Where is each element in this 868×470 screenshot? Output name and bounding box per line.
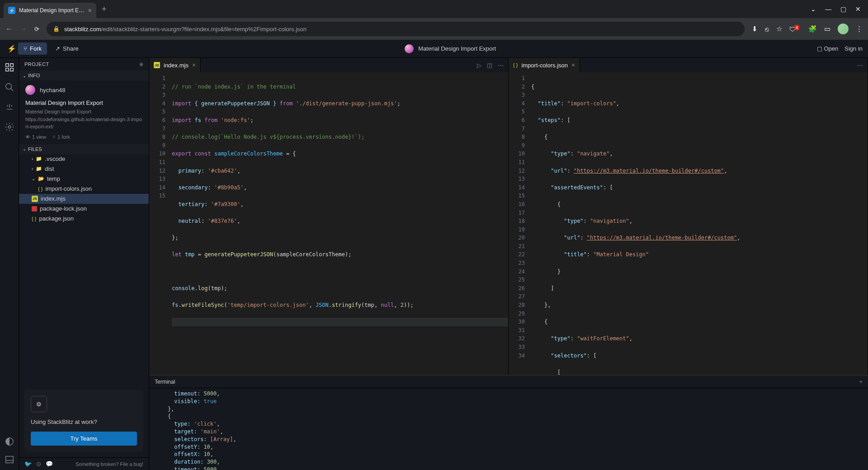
project-link[interactable]: https://codeforwings.github.io/material-… <box>25 116 142 131</box>
ports-icon[interactable] <box>5 102 14 112</box>
theme-icon[interactable] <box>5 437 14 446</box>
share-button[interactable]: ↗ Share <box>50 42 84 55</box>
file-index-mjs[interactable]: JSindex.mjs <box>19 194 149 204</box>
file-import-colors[interactable]: { }import-colors.json <box>19 184 149 194</box>
tabs-actions: ▷ ◫ ⋯ <box>477 62 508 69</box>
open-button[interactable]: ▢ Open <box>817 45 838 52</box>
menu-icon[interactable]: ⋮ <box>856 25 863 33</box>
code-body[interactable]: // run `node index.js` in the terminal i… <box>172 72 508 375</box>
try-teams-button[interactable]: Try Teams <box>31 432 137 446</box>
views-stat: 👁 1 view <box>25 134 46 140</box>
github-icon[interactable]: ⊙ <box>36 461 41 467</box>
project-desc: Material Design Import Export <box>25 108 142 116</box>
browser-actions: ⬇ ⎋ ☆ 🛡4 🧩 ▭ ⋮ <box>752 24 863 34</box>
run-icon[interactable]: ▷ <box>477 62 481 69</box>
sidebar: PROJECT ⊕ ⌄ INFO hychan48 Material Desig… <box>19 58 149 470</box>
link-icon[interactable]: ⊕ <box>139 61 144 67</box>
share-icon: ↗ <box>55 45 60 52</box>
tabs-actions: ⋯ <box>857 62 868 69</box>
nav-arrows: ← → <box>5 25 27 33</box>
terminal-header: Terminal + <box>149 376 868 388</box>
more-icon[interactable]: ⋯ <box>857 62 863 69</box>
forks-stat: ⑂ 1 fork <box>52 134 70 140</box>
info-label: INFO <box>28 73 40 78</box>
project-title: Material Design Import Export <box>418 45 496 52</box>
activity-bar <box>0 58 19 470</box>
npm-icon <box>32 206 37 212</box>
chevron-down-icon[interactable]: ⌄ <box>811 5 816 13</box>
file-package-lock[interactable]: package-lock.json <box>19 204 149 214</box>
minimize-icon[interactable]: — <box>825 5 831 13</box>
project-stats: 👁 1 view ⑂ 1 fork <box>25 134 142 140</box>
new-tab-button[interactable]: + <box>102 5 107 14</box>
tabs-row-left: JS index.mjs × ▷ ◫ ⋯ <box>149 58 508 72</box>
twitter-icon[interactable]: 🐦 <box>24 461 32 467</box>
signin-button[interactable]: Sign in <box>844 45 863 52</box>
folder-dist[interactable]: ›📁dist <box>19 164 149 174</box>
browser-tab[interactable]: ⚡ Material Design Import Export - S × <box>4 3 96 18</box>
sidebar-header: PROJECT ⊕ <box>19 58 149 70</box>
code-body[interactable]: { "title": "import-colors", "steps": [ {… <box>531 72 868 375</box>
close-icon[interactable]: × <box>192 61 196 69</box>
editor-panes: JS index.mjs × ▷ ◫ ⋯ 1234567891011121314… <box>149 58 868 375</box>
discord-icon[interactable]: 💬 <box>46 461 53 467</box>
settings-icon[interactable] <box>5 122 14 132</box>
fork-button[interactable]: ⑂ Fork <box>18 42 47 55</box>
file-bug-link[interactable]: Something broken? File a bug! <box>75 461 143 467</box>
terminal-panel: Terminal + timeout: 5000, visible: true … <box>149 375 868 470</box>
code-editor-left[interactable]: 123456789101112131415 // run `node index… <box>149 72 508 375</box>
profile-avatar[interactable] <box>838 24 849 34</box>
chevron-down-icon: ⌄ <box>23 73 26 78</box>
project-icon <box>405 44 414 53</box>
svg-line-1 <box>10 89 13 91</box>
reading-list-icon[interactable]: ▭ <box>824 25 830 33</box>
stackblitz-logo-icon[interactable]: ⚡ <box>5 44 18 53</box>
tab-import-colors[interactable]: { } import-colors.json × <box>509 58 580 72</box>
browser-chrome: ⚡ Material Design Import Export - S × + … <box>0 0 868 40</box>
add-terminal-icon[interactable]: + <box>859 379 863 385</box>
bookmark-icon[interactable]: ☆ <box>776 25 782 33</box>
split-icon[interactable]: ◫ <box>487 62 492 69</box>
tab-close-icon[interactable]: × <box>88 7 92 14</box>
explorer-icon[interactable] <box>5 62 14 72</box>
share-label: Share <box>63 45 79 52</box>
app-header: ⚡ ⑂ Fork ↗ Share Material Design Import … <box>0 40 868 58</box>
ublock-icon[interactable]: 🛡4 <box>789 25 801 33</box>
social-icons: 🐦 ⊙ 💬 <box>24 461 53 467</box>
sidebar-title: PROJECT <box>24 61 49 67</box>
code-editor-right[interactable]: 1234567891011121314151617181920212223242… <box>509 72 868 375</box>
back-icon[interactable]: ← <box>5 25 13 33</box>
url-bar[interactable]: 🔒 stackblitz.com/edit/stackblitz-starter… <box>47 22 745 36</box>
files-section[interactable]: ⌄ FILES <box>19 144 149 154</box>
tab-index-mjs[interactable]: JS index.mjs × <box>149 58 201 72</box>
file-tree: ›📁.vscode ›📁dist ⌄📂temp { }import-colors… <box>19 154 149 385</box>
close-icon[interactable]: × <box>571 61 575 69</box>
terminal-body[interactable]: timeout: 5000, visible: true }, { type: … <box>149 388 868 470</box>
panel-icon[interactable] <box>5 455 14 465</box>
json-icon: { } <box>513 62 518 68</box>
reload-icon[interactable]: ⟳ <box>34 26 39 33</box>
tab-label: import-colors.json <box>521 62 568 69</box>
info-box: hychan48 Material Design Import Export M… <box>19 80 149 144</box>
user-row[interactable]: hychan48 <box>25 85 142 95</box>
extensions-icon[interactable]: 🧩 <box>808 25 817 33</box>
terminal-label[interactable]: Terminal <box>155 379 175 385</box>
install-icon[interactable]: ⬇ <box>752 25 758 33</box>
more-icon[interactable]: ⋯ <box>498 62 504 69</box>
svg-rect-4 <box>5 456 13 463</box>
promo-box: ⚙ Using StackBlitz at work? Try Teams <box>24 390 143 452</box>
info-section[interactable]: ⌄ INFO <box>19 70 149 80</box>
folder-vscode[interactable]: ›📁.vscode <box>19 154 149 164</box>
folder-temp[interactable]: ⌄📂temp <box>19 174 149 184</box>
maximize-icon[interactable]: ▢ <box>840 5 846 13</box>
file-package-json[interactable]: { }package.json <box>19 214 149 224</box>
main-layout: PROJECT ⊕ ⌄ INFO hychan48 Material Desig… <box>0 58 868 470</box>
editor-pane-left: JS index.mjs × ▷ ◫ ⋯ 1234567891011121314… <box>149 58 509 375</box>
search-icon[interactable] <box>5 82 14 92</box>
editor-area: JS index.mjs × ▷ ◫ ⋯ 1234567891011121314… <box>149 58 868 470</box>
share-icon[interactable]: ⎋ <box>765 25 769 33</box>
line-gutter: 123456789101112131415 <box>149 72 172 375</box>
browser-nav-bar: ← → ⟳ 🔒 stackblitz.com/edit/stackblitz-s… <box>0 18 868 40</box>
forward-icon: → <box>20 25 27 33</box>
close-icon[interactable]: ✕ <box>855 5 861 13</box>
